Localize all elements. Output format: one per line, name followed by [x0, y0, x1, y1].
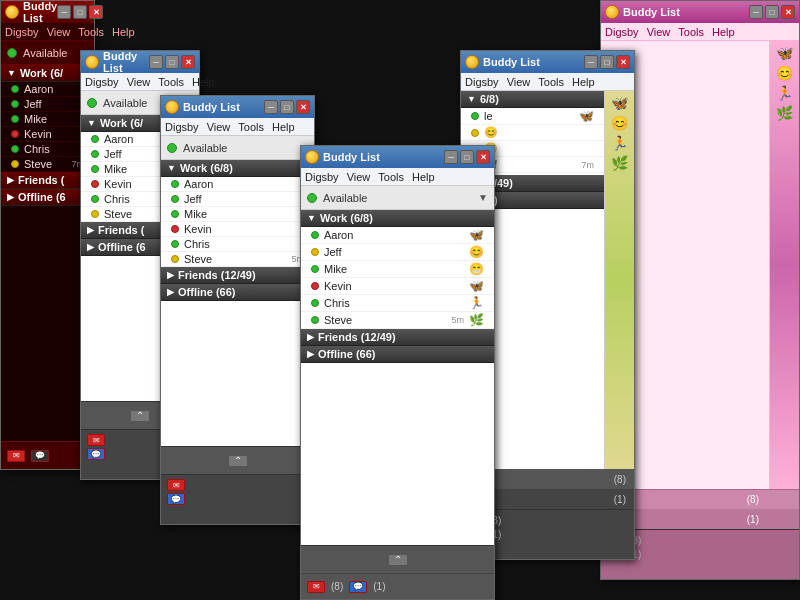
buddy-window-3[interactable]: Buddy List ─ □ ✕ Digsby View Tools Help … — [160, 95, 315, 525]
window-controls[interactable]: ─ □ ✕ — [749, 5, 795, 19]
close-button[interactable]: ✕ — [181, 55, 195, 69]
window-controls[interactable]: ─ □ ✕ — [264, 100, 310, 114]
menu-help[interactable]: Help — [112, 26, 135, 38]
menu-tools[interactable]: Tools — [678, 26, 704, 38]
menu-view[interactable]: View — [127, 76, 151, 88]
buddy-mike[interactable]: Mike 😁 — [301, 261, 494, 278]
emoji2[interactable]: 😊 — [611, 115, 628, 131]
status-arrow[interactable]: ▼ — [478, 192, 488, 203]
chat-row[interactable]: 💬 — [167, 493, 308, 505]
group-offline[interactable]: ▶ Offline (66) — [161, 284, 314, 301]
maximize-button[interactable]: □ — [460, 150, 474, 164]
menu-help[interactable]: Help — [572, 76, 595, 88]
window-controls[interactable]: ─ □ ✕ — [149, 55, 195, 69]
menu-tools[interactable]: Tools — [78, 26, 104, 38]
buddy-steve[interactable]: Steve 5m — [161, 252, 314, 267]
chat-icon[interactable]: 💬 — [87, 448, 105, 460]
emoji3[interactable]: 🏃 — [611, 135, 628, 151]
menu-help[interactable]: Help — [272, 121, 295, 133]
close-button[interactable]: ✕ — [89, 5, 103, 19]
buddy-le[interactable]: le 🦋 — [461, 108, 604, 125]
menu-tools[interactable]: Tools — [538, 76, 564, 88]
emoji-leaf[interactable]: 🌿 — [776, 105, 793, 121]
menu-digsby[interactable]: Digsby — [165, 121, 199, 133]
maximize-button[interactable]: □ — [600, 55, 614, 69]
menu-help[interactable]: Help — [412, 171, 435, 183]
menu-view[interactable]: View — [507, 76, 531, 88]
menu-tools[interactable]: Tools — [158, 76, 184, 88]
status-dot — [7, 48, 17, 58]
buddy-window-main[interactable]: Buddy List ─ □ ✕ Digsby View Tools Help … — [300, 145, 495, 600]
emoji-butterfly[interactable]: 🦋 — [776, 45, 793, 61]
emoji-smile[interactable]: 😊 — [776, 65, 793, 81]
menu-digsby[interactable]: Digsby — [465, 76, 499, 88]
close-button[interactable]: ✕ — [296, 100, 310, 114]
menu-view[interactable]: View — [347, 171, 371, 183]
buddy-kevin[interactable]: Kevin 🦋 — [301, 278, 494, 295]
maximize-button[interactable]: □ — [280, 100, 294, 114]
menu-digsby[interactable]: Digsby — [5, 26, 39, 38]
window-title: Buddy List — [23, 0, 57, 24]
buddy-aaron[interactable]: Aaron 🦋 — [301, 227, 494, 244]
maximize-button[interactable]: □ — [165, 55, 179, 69]
window-controls[interactable]: ─ □ ✕ — [584, 55, 630, 69]
menu-tools[interactable]: Tools — [378, 171, 404, 183]
buddy-item[interactable]: 😊 — [461, 125, 604, 141]
emoji4[interactable]: 🌿 — [611, 155, 628, 171]
menu-help[interactable]: Help — [712, 26, 735, 38]
group-work[interactable]: ▼ 6/8) — [461, 91, 604, 108]
group-work[interactable]: ▼ Work (6/8) — [161, 160, 314, 177]
chat-icon[interactable]: 💬 — [167, 493, 185, 505]
minimize-button[interactable]: ─ — [264, 100, 278, 114]
close-button[interactable]: ✕ — [781, 5, 795, 19]
mail-icon[interactable]: ✉ — [307, 581, 325, 593]
close-button[interactable]: ✕ — [476, 150, 490, 164]
menu-tools[interactable]: Tools — [238, 121, 264, 133]
emoji-run[interactable]: 🏃 — [776, 85, 793, 101]
mail-icon[interactable]: ✉ — [87, 434, 105, 446]
buddy-jeff[interactable]: Jeff — [161, 192, 314, 207]
mail-row[interactable]: ✉ — [167, 479, 308, 491]
minimize-button[interactable]: ─ — [149, 55, 163, 69]
group-friends[interactable]: ▶ Friends (12/49) — [161, 267, 314, 284]
window-controls[interactable]: ─ □ ✕ — [57, 5, 103, 19]
window-controls[interactable]: ─ □ ✕ — [444, 150, 490, 164]
scroll-up-button[interactable]: ⌃ — [388, 554, 408, 566]
buddy-aaron[interactable]: Aaron — [161, 177, 314, 192]
menu-view[interactable]: View — [47, 26, 71, 38]
close-button[interactable]: ✕ — [616, 55, 630, 69]
menu-view[interactable]: View — [207, 121, 231, 133]
menu-digsby[interactable]: Digsby — [605, 26, 639, 38]
status-dot — [91, 135, 99, 143]
buddy-chris[interactable]: Chris — [161, 237, 314, 252]
mail-icon[interactable]: ✉ — [7, 450, 25, 462]
menu-digsby[interactable]: Digsby — [85, 76, 119, 88]
scroll-up-button[interactable]: ⌃ — [228, 455, 248, 467]
group-friends[interactable]: ▶ Friends (12/49) — [301, 329, 494, 346]
status-bar[interactable]: Available ▼ — [301, 186, 494, 210]
minimize-button[interactable]: ─ — [584, 55, 598, 69]
maximize-button[interactable]: □ — [73, 5, 87, 19]
buddy-jeff[interactable]: Jeff 😊 — [301, 244, 494, 261]
scroll-up-button[interactable]: ⌃ — [130, 410, 150, 422]
mail-icon[interactable]: ✉ — [167, 479, 185, 491]
buddy-steve[interactable]: Steve 5m 🌿 — [301, 312, 494, 329]
group-offline[interactable]: ▶ Offline (66) — [301, 346, 494, 363]
group-work[interactable]: ▼ Work (6/8) — [301, 210, 494, 227]
buddy-mike[interactable]: Mike — [161, 207, 314, 222]
buddy-name: Steve — [324, 314, 446, 326]
emoji1[interactable]: 🦋 — [611, 95, 628, 111]
minimize-button[interactable]: ─ — [749, 5, 763, 19]
chat-icon[interactable]: 💬 — [31, 450, 49, 462]
minimize-button[interactable]: ─ — [57, 5, 71, 19]
menu-digsby[interactable]: Digsby — [305, 171, 339, 183]
buddy-kevin[interactable]: Kevin — [161, 222, 314, 237]
chat-icon[interactable]: 💬 — [349, 581, 367, 593]
maximize-button[interactable]: □ — [765, 5, 779, 19]
menu-help[interactable]: Help — [192, 76, 215, 88]
buddy-chris[interactable]: Chris 🏃 — [301, 295, 494, 312]
minimize-button[interactable]: ─ — [444, 150, 458, 164]
menu-view[interactable]: View — [647, 26, 671, 38]
menu-bar: Digsby View Tools Help — [461, 73, 634, 91]
status-bar[interactable]: Available — [161, 136, 314, 160]
